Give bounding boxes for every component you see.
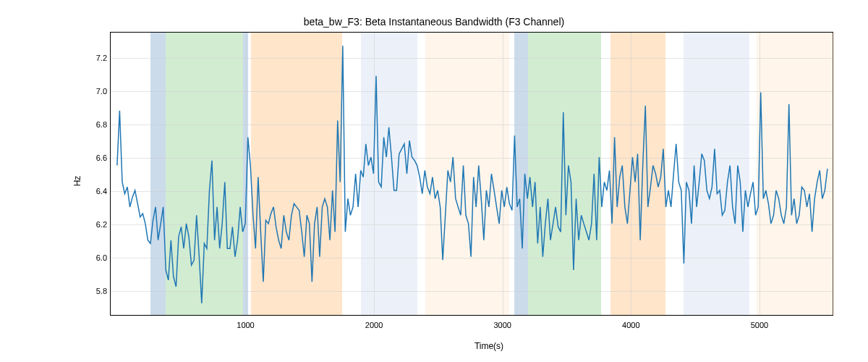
plot-area: 5.86.06.26.46.66.87.07.21000200030004000… bbox=[110, 32, 833, 316]
y-tick-label: 5.8 bbox=[78, 287, 107, 295]
y-tick-label: 6.4 bbox=[78, 187, 107, 195]
x-tick-label: 3000 bbox=[493, 321, 511, 329]
y-tick-label: 7.0 bbox=[78, 87, 107, 96]
x-tick-label: 5000 bbox=[751, 321, 768, 329]
y-tick-label: 6.8 bbox=[78, 120, 107, 129]
x-tick-label: 2000 bbox=[365, 321, 383, 329]
line-svg bbox=[111, 33, 833, 315]
y-axis-label: Hz bbox=[72, 176, 82, 187]
x-tick-label: 1000 bbox=[237, 321, 254, 329]
x-tick-label: 4000 bbox=[622, 321, 639, 329]
chart-title: beta_bw_F3: Beta Instantaneous Bandwidth… bbox=[0, 16, 868, 28]
y-tick-label: 6.6 bbox=[78, 153, 107, 162]
y-tick-label: 6.2 bbox=[78, 220, 107, 229]
data-line bbox=[117, 46, 827, 303]
x-axis-label: Time(s) bbox=[0, 341, 868, 351]
y-tick-label: 6.0 bbox=[78, 253, 107, 262]
y-tick-label: 7.2 bbox=[78, 54, 107, 62]
chart-figure: beta_bw_F3: Beta Instantaneous Bandwidth… bbox=[0, 0, 868, 362]
